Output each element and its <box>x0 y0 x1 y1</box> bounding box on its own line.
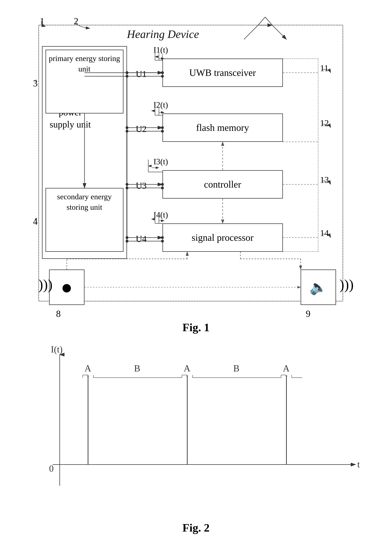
fig2-diagram: I(t) t 0 A B A B A <box>28 340 364 535</box>
u3-label: U3 <box>136 180 147 191</box>
speaker-icon: 🔈 <box>309 279 327 295</box>
i1t-label: I1(t) <box>154 45 168 55</box>
fig2-caption: Fig. 2 <box>28 521 364 534</box>
hearing-device-title: Hearing Device <box>127 28 199 41</box>
label-8: 8 <box>56 309 61 319</box>
i4t-label: I4(t) <box>154 210 168 220</box>
i3t-label: I3(t) <box>154 157 168 166</box>
fig1-diagram: 1 2 Hearing Device power supply unit pri… <box>28 11 364 333</box>
dashed-right-border <box>283 58 318 252</box>
label-14: 14 <box>320 228 329 238</box>
svg-text:A: A <box>84 363 91 373</box>
flash-box: flash memory <box>162 114 283 142</box>
label-9: 9 <box>306 309 310 319</box>
svg-text:B: B <box>134 363 140 373</box>
u1-label: U1 <box>136 69 147 79</box>
fig2-svg: I(t) t 0 A B A B A <box>28 340 364 518</box>
label-3: 3 <box>33 78 38 88</box>
controller-label: controller <box>204 179 241 190</box>
label-11: 11 <box>320 63 329 73</box>
svg-text:A: A <box>283 363 290 373</box>
svg-line-9 <box>258 17 265 25</box>
secondary-energy-label: secondary energy storing unit <box>47 192 122 213</box>
svg-line-10 <box>265 17 272 25</box>
signal-processor-label: signal processor <box>192 232 253 243</box>
u2-label: U2 <box>136 124 147 134</box>
u4-label: U4 <box>136 234 147 244</box>
speaker-box: 🔈 <box>301 270 336 305</box>
i2t-label: I2(t) <box>154 100 168 110</box>
fig1-caption: Fig. 1 <box>28 321 364 334</box>
svg-text:0: 0 <box>49 463 54 474</box>
label-12: 12 <box>320 118 329 128</box>
label-4: 4 <box>33 216 38 227</box>
controller-box: controller <box>162 170 283 199</box>
svg-text:t: t <box>357 459 360 469</box>
page: { "fig1": { "title": "Hearing Device", "… <box>0 0 392 553</box>
primary-energy-label: primary energy storing unit <box>47 53 122 74</box>
signal-processor-box: signal processor <box>162 223 283 252</box>
svg-text:B: B <box>233 363 239 373</box>
microphone-icon: ● <box>61 276 72 299</box>
sound-waves-left: ))) <box>38 277 53 293</box>
uwb-label: UWB transceiver <box>189 67 256 78</box>
svg-text:A: A <box>184 363 190 373</box>
sound-waves-right: ))) <box>340 277 354 293</box>
svg-text:I(t): I(t) <box>51 344 63 355</box>
flash-label: flash memory <box>196 122 249 133</box>
microphone-box: ● <box>49 270 84 305</box>
label-13: 13 <box>320 175 329 185</box>
uwb-box: UWB transceiver <box>162 58 283 87</box>
